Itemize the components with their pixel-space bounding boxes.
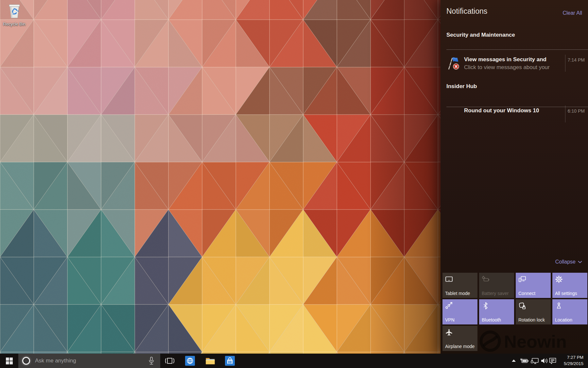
rotation-lock-icon [518, 302, 526, 310]
quick-action-rotation-lock[interactable]: Rotation lock [516, 299, 551, 324]
notification-time: 6:10 PM [568, 108, 585, 114]
quick-action-label: Battery saver [482, 291, 509, 296]
clock-date: 5/29/2015 [559, 360, 583, 367]
security-flag-icon [447, 56, 460, 72]
notification-title: View messages in Security and [464, 56, 546, 63]
file-explorer-button[interactable] [205, 354, 216, 368]
task-view-button[interactable] [164, 354, 175, 368]
neowin-watermark: Neowin [479, 328, 587, 352]
collapse-button[interactable]: Collapse [555, 259, 582, 265]
quick-action-label: VPN [445, 317, 455, 322]
divider [565, 55, 565, 72]
notification-time: 7:14 PM [568, 57, 585, 63]
clear-all-button[interactable]: Clear All [562, 10, 582, 16]
airplane-icon [445, 328, 453, 336]
recycle-bin-label: Recycle Bin [1, 22, 27, 27]
search-input[interactable]: Ask me anything [18, 354, 160, 368]
quick-action-label: Tablet mode [445, 291, 470, 296]
store-button[interactable] [224, 354, 235, 368]
microphone-icon[interactable] [148, 357, 154, 367]
edge-globe-icon [185, 356, 195, 366]
quick-action-label: All settings [555, 291, 577, 296]
bluetooth-icon [482, 302, 490, 310]
action-center-icon [549, 357, 557, 364]
notifications-title: Notifications [446, 7, 487, 16]
chevron-up-icon [512, 359, 516, 362]
quick-action-vpn[interactable]: VPN [442, 299, 477, 324]
desktop: Recycle Bin Notifications Clear All Secu… [0, 0, 588, 368]
cortana-icon [22, 357, 30, 365]
quick-action-location[interactable]: Location [552, 299, 587, 324]
quick-action-bluetooth[interactable]: Bluetooth [479, 299, 514, 324]
clock-time: 7:27 PM [559, 354, 583, 360]
battery-saver-icon [482, 275, 490, 283]
divider [446, 49, 588, 50]
tray-volume-button[interactable] [540, 354, 549, 368]
quick-action-connect[interactable]: Connect [516, 273, 551, 298]
recycle-bin-icon[interactable]: Recycle Bin [1, 3, 27, 27]
location-icon [555, 302, 563, 310]
action-center-panel: Notifications Clear All Security and Mai… [441, 0, 588, 354]
quick-action-label: Rotation lock [518, 317, 545, 322]
quick-action-all-settings[interactable]: All settings [552, 273, 587, 298]
tray-network-button[interactable] [530, 354, 540, 368]
group-header-security-maintenance: Security and Maintenance [446, 32, 515, 38]
folder-icon [205, 357, 215, 365]
start-button[interactable] [0, 354, 18, 368]
divider [446, 107, 588, 107]
vpn-icon [445, 302, 453, 310]
recycle-bin-glyph [7, 3, 22, 20]
chevron-down-icon [578, 261, 582, 263]
store-bag-icon [225, 356, 235, 366]
windows-logo-icon [6, 358, 13, 364]
tray-clock[interactable]: 7:27 PM 5/29/2015 [559, 354, 583, 367]
notification-title: Round out your Windows 10 [464, 107, 539, 114]
connect-icon [518, 275, 526, 283]
tray-action-center-button[interactable] [548, 354, 557, 368]
volume-icon [541, 358, 548, 364]
quick-action-label: Connect [518, 291, 535, 296]
quick-action-airplane-mode[interactable]: Airplane mode [442, 326, 477, 351]
notification-body: Click to view messages about your [464, 64, 550, 71]
network-icon [531, 358, 539, 364]
tray-show-hidden-icons-button[interactable] [511, 354, 517, 368]
quick-action-label: Airplane mode [445, 344, 475, 349]
quick-action-tablet-mode[interactable]: Tablet mode [442, 273, 477, 298]
gear-icon [555, 275, 563, 283]
collapse-label: Collapse [555, 259, 576, 265]
watermark-text: Neowin [504, 332, 567, 351]
task-view-icon [165, 357, 174, 365]
quick-action-label: Location [555, 317, 572, 322]
divider [565, 105, 565, 122]
tray-battery-button[interactable] [519, 354, 529, 368]
tablet-mode-icon [445, 275, 453, 283]
quick-action-label: Bluetooth [482, 317, 501, 322]
taskbar: Ask me anything [0, 354, 588, 368]
battery-icon [520, 358, 529, 364]
edge-browser-button[interactable] [184, 354, 196, 368]
group-header-insider-hub: Insider Hub [446, 83, 477, 90]
search-placeholder: Ask me anything [35, 358, 76, 364]
quick-action-battery-saver[interactable]: Battery saver [479, 273, 514, 298]
